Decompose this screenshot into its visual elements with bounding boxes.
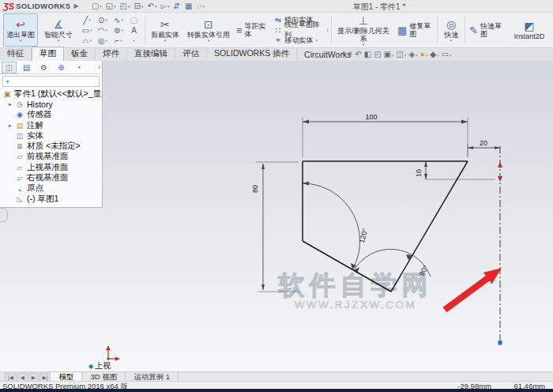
section-view-icon[interactable]: ◧	[364, 50, 371, 58]
tab-weldments[interactable]: 焊件	[96, 47, 127, 61]
dim-20[interactable]: 20	[480, 139, 487, 147]
slot-tool-icon[interactable]: ⌓	[79, 36, 95, 46]
tab-addins[interactable]: SOLIDWORKS 插件	[207, 47, 297, 61]
circle-tool-icon[interactable]: ⊙	[95, 15, 111, 25]
tab-sketch[interactable]: 草图	[32, 47, 64, 61]
expand-arrow-icon[interactable]: ▸	[9, 122, 15, 129]
rectangle-tool-icon[interactable]: ▭	[79, 25, 95, 36]
tab-direct-editing[interactable]: 直接编辑	[127, 47, 175, 61]
dim-10[interactable]: 10	[415, 169, 423, 177]
tree-item-part[interactable]: ▣ 零件1 (默认<<默认>_显示状态	[0, 89, 102, 99]
move-entities-button[interactable]: ⌖ 移动实体	[273, 36, 329, 46]
plane-tool-icon[interactable]: ▢	[126, 15, 142, 25]
new-file-icon[interactable]: ▢	[90, 2, 103, 10]
tree-item-annotations[interactable]: ▸ ▤ 注解	[0, 120, 102, 130]
select-icon[interactable]: ▻	[159, 2, 171, 10]
rapid-sketch-button[interactable]: ✎ 快速草图	[468, 22, 506, 38]
tree-item-history[interactable]: ▸ ◷ History	[0, 99, 102, 109]
rapid-sketch-icon: ✎	[469, 24, 478, 36]
last-tab-button[interactable]: ▶|	[40, 373, 51, 382]
solidworks-logo-mark-icon: ƷS	[3, 2, 14, 11]
configurationmanager-tab-icon[interactable]: ⚙	[36, 62, 51, 74]
point-tool-icon[interactable]: ·	[126, 36, 142, 46]
zoom-fit-icon[interactable]: ⌖	[341, 49, 346, 58]
tree-item-sensors[interactable]: ◉ 传感器	[0, 110, 102, 120]
save-icon[interactable]: ◰	[118, 2, 132, 10]
undo-icon[interactable]: ↶	[145, 2, 158, 10]
linear-pattern-button[interactable]: ∷ 线性草图阵列	[273, 25, 329, 36]
tree-item-top-plane[interactable]: ▱ 上视基准面	[0, 162, 102, 172]
display-style-icon[interactable]: ◫	[397, 50, 407, 58]
headsup-view-toolbar: ⌖ ⌗ ↶ ◧ ◰ ▣ ◫ ◈ ● ◆ ▭	[341, 49, 451, 58]
trim-entities-button[interactable]: ✂ 剪裁实体	[148, 13, 182, 47]
centerline-endpoint[interactable]	[498, 341, 502, 345]
selected-arrow-down-icon	[498, 176, 502, 182]
dimension-labels[interactable]: 100 20 10 80 120° 90°	[251, 113, 487, 277]
panel-tabs-overflow-icon[interactable]: ›	[98, 63, 100, 71]
exit-sketch-button[interactable]: ↩ 退出草图	[3, 13, 38, 47]
hide-show-items-icon[interactable]: ◈	[409, 50, 418, 58]
dim-angle-120[interactable]: 120°	[358, 228, 370, 244]
display-relations-button[interactable]: ⊥ 显示/删除几何关系	[334, 13, 393, 47]
perimeter-circle-tool-icon[interactable]: ⊚	[111, 25, 126, 36]
print-icon[interactable]: ⊟	[133, 2, 145, 10]
view-orientation-icon[interactable]: ▣	[384, 50, 394, 58]
panel-splitter-handle[interactable]	[0, 208, 8, 222]
dynamic-annotation-icon[interactable]: ◰	[374, 50, 381, 58]
propertymanager-tab-icon[interactable]: ▤	[19, 62, 34, 74]
svg-text:软件自学网: 软件自学网	[278, 270, 433, 300]
fillet-tool-icon[interactable]: ⌐	[111, 36, 126, 46]
featuremanager-tab-icon[interactable]: ◫	[2, 62, 17, 74]
options-icon[interactable]: ◌	[195, 2, 205, 10]
text-tool-icon[interactable]: A	[126, 25, 142, 36]
quick-snaps-button[interactable]: ◎ 快速	[440, 13, 462, 47]
offset-entities-button[interactable]: ≡ 等距实体	[235, 22, 270, 38]
displaymanager-tab-icon[interactable]: ◔	[71, 62, 86, 74]
instant2d-icon: ◩	[524, 21, 534, 32]
tab-evaluate[interactable]: 评估	[175, 47, 207, 61]
previous-view-icon[interactable]: ↶	[355, 50, 361, 58]
tree-item-origin[interactable]: ⌞ 原点	[0, 183, 102, 194]
tree-filter-input[interactable]: ▼	[2, 76, 100, 87]
instant2d-button[interactable]: ◩ Instant2D	[509, 13, 550, 47]
convert-entities-button[interactable]: ⊡ 转换实体引用	[186, 13, 231, 47]
ellipse-tool-icon[interactable]: ◎	[95, 36, 111, 46]
dimxpert-tab-icon[interactable]: ⊕	[54, 62, 69, 74]
graphics-area[interactable]: 软件自学网 WWW.RJZXW.COM	[0, 61, 553, 371]
view-settings-icon[interactable]: ▭	[442, 50, 452, 58]
feature-manager-panel: ◫ ▤ ⚙ ⊕ ◔ › ▼ ▣ 零件1 (默认<<默认>_显示状态 ▸ ◷ Hi…	[0, 61, 103, 208]
repair-sketch-button[interactable]: ▦ 修复草图	[396, 22, 434, 38]
offset-entities-icon: ≡	[236, 24, 243, 36]
dim-80[interactable]: 80	[251, 185, 259, 193]
tab-sheet-metal[interactable]: 钣金	[64, 47, 96, 61]
dimension-lines[interactable]	[263, 122, 500, 290]
edit-appearance-icon[interactable]: ●	[420, 50, 428, 58]
open-file-icon[interactable]: ◱	[104, 2, 118, 10]
smart-dimension-button[interactable]: ∡ 智能尺寸	[41, 13, 76, 47]
tree-item-solid-bodies[interactable]: ◫ 实体	[0, 130, 102, 141]
prev-tab-button[interactable]: ◀	[17, 373, 28, 382]
display-relations-icon: ⊥	[359, 15, 368, 27]
zoom-area-icon[interactable]: ⌗	[348, 49, 353, 58]
next-tab-button[interactable]: ▶	[28, 373, 39, 382]
tree-item-front-plane[interactable]: ▱ 前视基准面	[0, 152, 102, 162]
origin-icon: ⌞	[15, 184, 24, 192]
apply-scene-icon[interactable]: ◆	[430, 50, 438, 58]
arc-tool-icon[interactable]: ◠	[95, 25, 111, 36]
feature-tree: ▣ 零件1 (默认<<默认>_显示状态 ▸ ◷ History ◉ 传感器 ▸ …	[0, 89, 102, 204]
spline-tool-icon[interactable]: ∿	[111, 15, 126, 25]
grid-icon[interactable]: ▦	[183, 2, 194, 10]
centerline[interactable]	[498, 146, 502, 345]
expand-arrow-icon[interactable]: ▸	[9, 101, 15, 107]
first-tab-button[interactable]: |◀	[5, 373, 17, 382]
convert-entities-icon: ⊡	[204, 19, 213, 31]
tree-item-right-plane[interactable]: ▱ 右视基准面	[0, 172, 102, 183]
dim-100[interactable]: 100	[365, 113, 377, 121]
line-tool-icon[interactable]: ╱	[79, 15, 95, 25]
tree-item-material[interactable]: ≣ 材质 <未指定>	[0, 141, 102, 151]
rebuild-icon[interactable]: ⇵	[172, 2, 182, 10]
tree-item-sketch1[interactable]: ◺ (-) 草图1	[0, 194, 102, 204]
plane-icon: ▱	[15, 153, 24, 160]
menu-expand-icon[interactable]: ▶	[74, 2, 79, 9]
tab-features[interactable]: 特征	[0, 47, 32, 61]
